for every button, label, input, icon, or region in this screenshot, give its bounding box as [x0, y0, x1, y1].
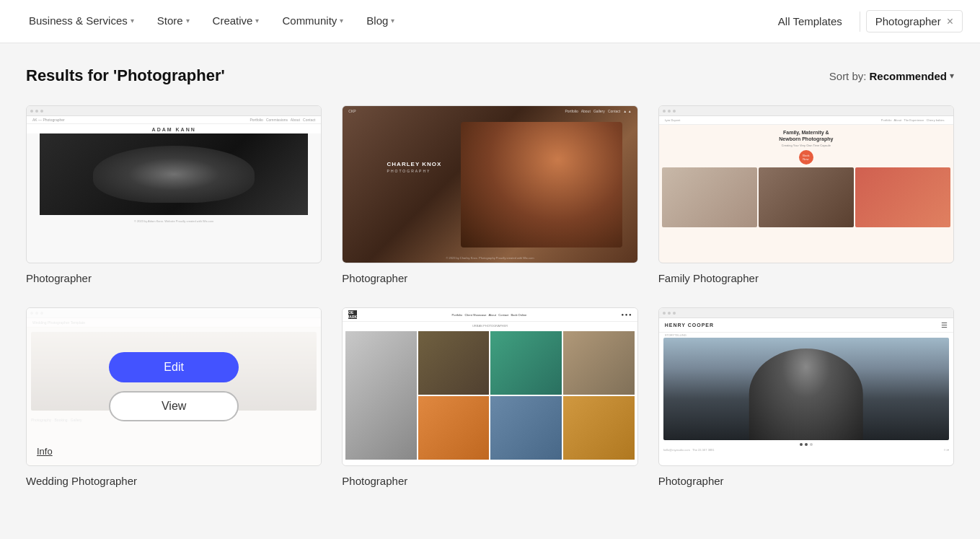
template-card-henry-cooper[interactable]: HENRY COOPER ☰ STORYTELLING hello@mystud…	[658, 307, 954, 486]
nav-divider	[860, 12, 860, 32]
main-content: Results for 'Photographer' Sort by: Reco…	[0, 43, 980, 510]
chevron-down-icon: ▾	[131, 17, 134, 25]
nav-label-blog: Blog	[366, 14, 388, 27]
nav-label-store: Store	[157, 14, 183, 27]
chevron-down-icon: ▾	[186, 17, 190, 25]
nav-item-business-services[interactable]: Business & Services ▾	[17, 0, 146, 43]
template-card-wedding-photographer[interactable]: Wedding Photographer Template Photograph…	[26, 307, 322, 486]
nav-label-community: Community	[282, 14, 337, 27]
view-button[interactable]: View	[109, 391, 239, 421]
nav-left-items: Business & Services ▾ Store ▾ Creative ▾…	[17, 0, 767, 43]
top-navigation: Business & Services ▾ Store ▾ Creative ▾…	[0, 0, 980, 43]
template-title-3: Family Photographer	[658, 272, 954, 284]
template-thumb-6: HENRY COOPER ☰ STORYTELLING hello@mystud…	[658, 307, 954, 465]
templates-grid: AK — Photographer Portfolio Commissions …	[26, 105, 954, 487]
template-overlay: Edit View	[109, 352, 239, 421]
nav-item-store[interactable]: Store ▾	[146, 0, 201, 43]
template-card-photographer-2[interactable]: CKP Portfolio About Gallery Contact ▲ ▲ …	[342, 105, 637, 284]
search-tag-label: Photographer	[875, 15, 941, 27]
nav-item-blog[interactable]: Blog ▾	[355, 0, 406, 43]
template-title-2: Photographer	[342, 272, 637, 284]
nav-right-items: All Templates Photographer ×	[767, 10, 963, 32]
close-icon[interactable]: ×	[947, 16, 953, 27]
template-thumb-5: ZOEMARKS Portfolio Client Showcase About…	[342, 307, 637, 465]
nav-label-business-services: Business & Services	[29, 14, 128, 27]
template-thumb-2: CKP Portfolio About Gallery Contact ▲ ▲ …	[342, 105, 637, 263]
results-title: Results for 'Photographer'	[26, 66, 225, 85]
chevron-down-icon: ▾	[950, 71, 954, 81]
chevron-down-icon: ▾	[255, 17, 259, 25]
template-title-6: Photographer	[658, 475, 954, 487]
results-header: Results for 'Photographer' Sort by: Reco…	[26, 66, 954, 85]
template-title-4: Wedding Photographer	[26, 475, 322, 487]
chevron-down-icon: ▾	[340, 17, 343, 25]
all-templates-link[interactable]: All Templates	[767, 15, 854, 27]
edit-button[interactable]: Edit	[109, 352, 239, 382]
template-card-photographer-1[interactable]: AK — Photographer Portfolio Commissions …	[26, 105, 322, 284]
template-title-1: Photographer	[26, 272, 322, 284]
nav-label-creative: Creative	[213, 14, 253, 27]
info-link[interactable]: Info	[37, 446, 53, 457]
template-card-urban-photographer[interactable]: ZOEMARKS Portfolio Client Showcase About…	[342, 307, 637, 486]
template-thumb-4: Wedding Photographer Template Photograph…	[26, 307, 322, 465]
chevron-down-icon: ▾	[391, 17, 394, 25]
sort-by-control[interactable]: Sort by: Recommended ▾	[829, 70, 954, 82]
template-card-family-photographer[interactable]: Lyra Dupont Portfolio About The Experien…	[658, 105, 954, 284]
template-thumb-3: Lyra Dupont Portfolio About The Experien…	[658, 105, 954, 263]
nav-item-community[interactable]: Community ▾	[270, 0, 355, 43]
template-thumb-1: AK — Photographer Portfolio Commissions …	[26, 105, 322, 263]
nav-item-creative[interactable]: Creative ▾	[201, 0, 271, 43]
sort-by-label: Sort by:	[829, 70, 867, 82]
template-title-5: Photographer	[342, 475, 637, 487]
sort-by-value: Recommended	[869, 70, 947, 82]
search-tag: Photographer ×	[866, 10, 963, 32]
